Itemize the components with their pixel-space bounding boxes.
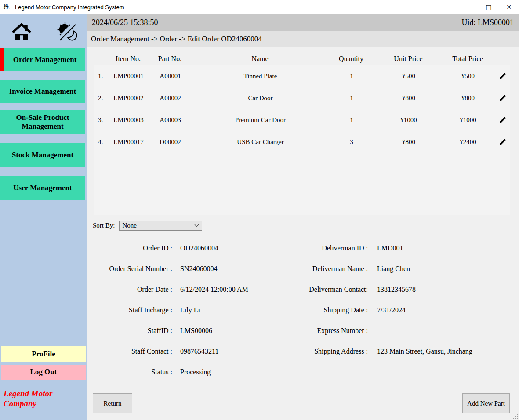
field-label: Order Serial Number :	[92, 265, 172, 273]
cell-unit-price: ¥500	[376, 72, 442, 80]
field-deliverman-name: Deliverman Name : Liang Chen	[281, 258, 472, 279]
table-row: 4. LMP00017 D00002 USB Car Charger 3 ¥80…	[94, 131, 510, 153]
sort-by-label: Sort By:	[93, 222, 115, 229]
row-index: 2.	[94, 94, 110, 102]
pencil-icon	[499, 94, 507, 102]
field-value: SN24060004	[180, 265, 217, 273]
cell-item-no: LMP00003	[110, 116, 147, 124]
minimize-button[interactable]: ─	[458, 0, 479, 14]
close-button[interactable]: ✕	[499, 0, 519, 14]
col-header-quantity: Quantity	[327, 55, 375, 65]
cell-quantity: 1	[327, 116, 376, 124]
col-header-total-price: Total Price	[441, 55, 494, 65]
row-index: 4.	[94, 138, 110, 146]
resize-grip[interactable]	[512, 413, 518, 419]
sort-by-dropdown[interactable]: None	[119, 221, 202, 231]
sidebar: Order Management Invoice Management On-S…	[0, 14, 87, 420]
row-index: 1.	[94, 72, 110, 80]
chevron-down-icon	[194, 224, 199, 227]
window-controls: ─ □ ✕	[458, 0, 519, 14]
active-nav-indicator	[0, 48, 4, 71]
field-label: Deliverman Name :	[281, 265, 368, 273]
order-details-left: Order ID : OD24060004 Order Serial Numbe…	[92, 238, 248, 382]
field-label: StaffID :	[92, 327, 172, 335]
app-logo-icon: S&L N.C.	[4, 3, 11, 11]
cell-quantity: 1	[327, 94, 376, 102]
title-bar: S&L N.C. Legend Motor Company Integrated…	[0, 0, 519, 14]
field-deliverman-contact: Deliverman Contact: 13812345678	[281, 279, 472, 300]
field-value: 6/12/2024 12:00:00 AM	[180, 286, 248, 293]
sort-by-selected-value: None	[122, 222, 137, 229]
cell-part-no: A00001	[147, 72, 193, 80]
field-value: Processing	[180, 368, 211, 376]
home-icon	[11, 22, 32, 42]
theme-toggle-button[interactable]	[57, 22, 78, 43]
header-spacer	[94, 55, 109, 65]
field-staff-incharge: Staff Incharge : Lily Li	[92, 300, 248, 320]
sidebar-item-user-management[interactable]: User Management	[0, 176, 85, 200]
sidebar-item-onsale-product-management[interactable]: On-Sale Product Management	[0, 110, 85, 134]
cell-item-no: LMP00002	[110, 94, 147, 102]
cell-name: Car Door	[193, 94, 327, 102]
profile-button[interactable]: ProFile	[1, 346, 86, 362]
minimize-icon: ─	[467, 4, 470, 11]
field-value: 123 Main Street, Gansu, Jinchang	[377, 348, 472, 355]
field-label: Shipping Address :	[281, 348, 368, 355]
app-logo-line2: N.C.	[4, 7, 11, 10]
table-row: 2. LMP00002 A00002 Car Door 1 ¥800 ¥800	[94, 87, 510, 109]
field-value: Lily Li	[180, 306, 200, 314]
field-value: OD24060004	[180, 244, 218, 252]
return-button[interactable]: Return	[93, 393, 132, 413]
field-label: Express Number :	[281, 327, 368, 335]
field-shipping-date: Shipping Date : 7/31/2024	[281, 300, 472, 320]
parts-table: 1. LMP00001 A00001 Tinned Plate 1 ¥500 ¥…	[94, 65, 510, 215]
cell-name: USB Car Charger	[193, 138, 327, 146]
cell-item-no: LMP00017	[110, 138, 147, 146]
cell-unit-price: ¥1000	[376, 116, 442, 124]
cell-quantity: 3	[327, 138, 376, 146]
company-brand-text: Legend Motor Company	[4, 388, 69, 409]
cell-part-no: A00002	[147, 94, 193, 102]
logout-button[interactable]: Log Out	[1, 365, 86, 380]
edit-part-button[interactable]	[494, 116, 511, 124]
edit-part-button[interactable]	[494, 94, 511, 102]
close-icon: ✕	[506, 4, 512, 11]
cell-total-price: ¥2400	[442, 138, 494, 146]
col-header-item-no: Item No.	[109, 55, 147, 65]
edit-part-button[interactable]	[494, 72, 511, 80]
edit-part-button[interactable]	[494, 138, 511, 146]
header-spacer	[494, 55, 510, 65]
status-bar: 2024/06/25 15:38:50 Uid: LMS00001	[87, 14, 519, 31]
col-header-unit-price: Unit Price	[375, 55, 441, 65]
breadcrumb: Order Management -> Order -> Edit Order …	[91, 35, 262, 43]
row-index: 3.	[94, 116, 110, 124]
field-express-number: Express Number :	[281, 320, 472, 341]
field-staff-id: StaffID : LMS00006	[92, 320, 248, 341]
maximize-icon: □	[486, 4, 491, 11]
table-row: 3. LMP00003 A00003 Premium Car Door 1 ¥1…	[94, 109, 510, 131]
field-value: 7/31/2024	[377, 306, 406, 314]
maximize-button[interactable]: □	[479, 0, 499, 14]
sidebar-item-invoice-management[interactable]: Invoice Management	[0, 80, 85, 103]
sidebar-icon-row	[0, 18, 87, 45]
field-value: 13812345678	[377, 286, 416, 293]
sidebar-item-stock-management[interactable]: Stock Management	[0, 143, 85, 167]
cell-name: Premium Car Door	[193, 116, 327, 124]
field-value: LMS00006	[180, 327, 212, 335]
field-value: LMD001	[377, 244, 403, 252]
field-value: 09876543211	[180, 348, 218, 355]
day-night-icon	[57, 22, 78, 43]
pencil-icon	[499, 72, 507, 80]
field-label: Status :	[92, 368, 172, 376]
home-button[interactable]	[11, 22, 32, 42]
field-staff-contact: Staff Contact : 09876543211	[92, 341, 248, 362]
cell-part-no: A00003	[147, 116, 193, 124]
field-label: Order Date :	[92, 286, 172, 293]
add-new-part-button[interactable]: Add New Part	[462, 393, 510, 413]
field-order-serial-number: Order Serial Number : SN24060004	[92, 258, 248, 279]
sidebar-item-order-management[interactable]: Order Management	[4, 48, 85, 71]
pencil-icon	[499, 116, 507, 124]
datetime-text: 2024/06/25 15:38:50	[92, 18, 158, 27]
cell-part-no: D00002	[147, 138, 193, 146]
field-order-date: Order Date : 6/12/2024 12:00:00 AM	[92, 279, 248, 300]
